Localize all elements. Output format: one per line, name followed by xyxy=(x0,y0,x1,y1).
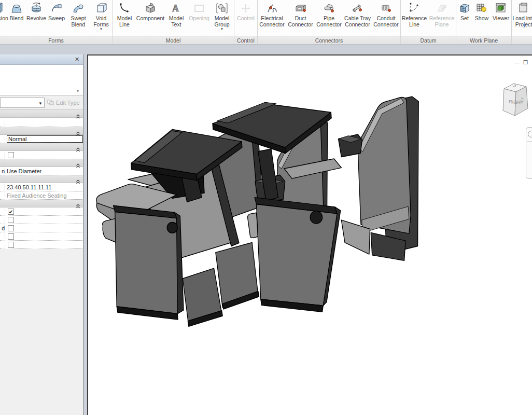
electrical-connector-button[interactable]: Electrical Connector xyxy=(258,1,286,27)
control-button: Control xyxy=(234,1,257,22)
parameter-checkbox-row xyxy=(0,232,83,241)
set-button[interactable]: Set xyxy=(456,1,473,22)
checkbox-unchecked[interactable] xyxy=(8,217,14,223)
duct-connector-button[interactable]: Duct Connector xyxy=(286,1,315,27)
parameter-value[interactable] xyxy=(5,242,83,248)
cable-tray-connector-button[interactable]: Cable Tray Connector xyxy=(343,1,372,27)
properties-title-bar[interactable]: ✕ xyxy=(0,54,83,65)
parameter-value[interactable]: Normal xyxy=(5,135,83,143)
parameter-value-row: Normal xyxy=(0,135,83,143)
reference-plane-icon xyxy=(435,1,449,16)
chevron-down-icon[interactable]: ▼ xyxy=(100,28,103,31)
panel-label: Datum xyxy=(401,36,456,45)
value-input-focused[interactable]: Normal xyxy=(7,135,83,143)
show-button[interactable]: Show xyxy=(473,1,491,22)
load-into-project-label: Load into Project xyxy=(512,16,532,27)
checkbox-unchecked[interactable] xyxy=(8,233,14,240)
conduit-connector-button[interactable]: Conduit Connector xyxy=(372,1,400,27)
chair-1-knob xyxy=(167,222,177,233)
model-line-button[interactable]: Model Line xyxy=(113,1,136,27)
viewer-button[interactable]: Viewer xyxy=(491,1,511,22)
ribbon: ExtrusionBlendRevolveSweepSwept BlendVoi… xyxy=(0,0,532,45)
parameter-checkbox-row xyxy=(0,216,83,224)
chair-4[interactable] xyxy=(339,96,419,260)
chair-2-base[interactable] xyxy=(183,243,259,327)
swept-blend-button[interactable]: Swept Blend xyxy=(66,1,90,27)
properties-table: NormalnUse Diameter23.40.50.11.11.11Fixe… xyxy=(0,109,83,249)
reference-line-button[interactable]: Reference Line xyxy=(401,1,428,27)
parameter-value[interactable] xyxy=(5,233,83,240)
component-button[interactable]: Component xyxy=(136,1,164,22)
edit-type-icon xyxy=(47,100,54,106)
chair-3-knob xyxy=(310,211,322,224)
blend-label: Blend xyxy=(10,16,24,22)
revolve-button[interactable]: Revolve xyxy=(26,1,47,22)
checkbox-unchecked[interactable] xyxy=(8,225,14,231)
filter-combobox[interactable]: ▼ xyxy=(0,98,45,108)
parameter-value[interactable] xyxy=(5,225,83,231)
parameter-value[interactable]: 23.40.50.11.11.11 xyxy=(5,184,83,190)
sweep-label: Sweep xyxy=(48,16,65,22)
parameter-group-header xyxy=(0,175,83,183)
edit-type-label: Edit Type xyxy=(56,100,80,106)
parameter-value[interactable] xyxy=(5,152,83,158)
blend-button[interactable]: Blend xyxy=(7,1,26,22)
void-forms-button[interactable]: Void Forms▼ xyxy=(90,1,112,31)
parameter-name-clipped: d xyxy=(0,224,5,232)
swept-blend-label: Swept Blend xyxy=(66,16,90,27)
chevron-down-icon: ▼ xyxy=(38,101,43,106)
component-icon xyxy=(144,1,157,16)
ribbon-panel-family-editor: Load into Project xyxy=(512,0,532,45)
load-into-project-button[interactable]: Load into Project xyxy=(512,1,532,27)
chevron-down-icon[interactable]: ▼ xyxy=(220,28,223,31)
steering-wheel-icon[interactable] xyxy=(528,131,532,137)
filter-combo-row: ▼ Edit Type xyxy=(0,96,83,109)
navbar-divider xyxy=(527,141,532,142)
view-window-controls[interactable]: — ❐ xyxy=(514,60,529,65)
ribbon-panel-model: Model LineComponentAModel TextOpeningMod… xyxy=(113,0,234,45)
reference-line-label: Reference Line xyxy=(401,16,428,27)
reference-line-icon xyxy=(408,1,421,16)
svg-text:A: A xyxy=(172,3,179,13)
view-cube[interactable]: RIGHT N·T xyxy=(499,78,531,122)
extrusion-button[interactable]: Extrusion xyxy=(0,1,7,22)
sweep-button[interactable]: Sweep xyxy=(47,1,66,22)
parameter-value[interactable]: Fixed Audience Seating xyxy=(5,192,83,199)
parameter-group-header xyxy=(0,110,83,118)
ribbon-panel-datum: Reference LineReference PlaneDatum xyxy=(401,0,456,45)
chair-3-side-panel[interactable] xyxy=(247,198,340,312)
electrical-connector-label: Electrical Connector xyxy=(258,16,286,27)
parameter-name-clipped xyxy=(0,118,5,127)
drawing-area-3d-view[interactable]: — ❐ RIGHT N·T xyxy=(87,54,532,415)
parameter-checkbox-row xyxy=(0,241,83,249)
ribbon-panel-forms: ExtrusionBlendRevolveSweepSwept BlendVoi… xyxy=(0,0,113,45)
parameter-value-row: nUse Diameter xyxy=(0,167,83,175)
model-text-button[interactable]: AModel Text xyxy=(164,1,188,27)
navigation-bar[interactable] xyxy=(526,127,532,179)
parameter-value-row: 23.40.50.11.11.11 xyxy=(0,183,83,191)
model-group-button[interactable]: Model Group▼ xyxy=(210,1,234,31)
parameter-name-clipped xyxy=(0,135,5,143)
parameter-value[interactable] xyxy=(5,217,83,223)
pipe-connector-button[interactable]: Pipe Connector xyxy=(315,1,343,27)
parameter-name-clipped xyxy=(0,232,5,240)
chair-1-side-panel[interactable] xyxy=(114,205,184,320)
parameter-name-clipped xyxy=(0,191,5,199)
properties-palette: ✕ ▼ ▼ Edit Type NormalnUse Diameter23.40… xyxy=(0,54,83,415)
panel-label: Model xyxy=(113,36,234,45)
checkbox-unchecked[interactable] xyxy=(8,242,14,248)
3d-model-audience-seating[interactable] xyxy=(88,56,532,415)
checkbox-unchecked[interactable] xyxy=(8,152,14,158)
ribbon-panel-work-plane: SetShowViewerWork Plane xyxy=(456,0,512,45)
duct-connector-icon xyxy=(294,1,307,16)
cable-tray-connector-icon xyxy=(351,1,365,16)
parameter-checkbox-row: ✔ xyxy=(0,208,83,216)
checkbox-checked[interactable]: ✔ xyxy=(8,209,14,215)
parameter-value[interactable]: Use Diameter xyxy=(5,168,83,174)
type-selector[interactable]: ▼ xyxy=(0,65,83,96)
close-icon[interactable]: ✕ xyxy=(73,56,81,63)
blend-icon xyxy=(10,1,23,16)
parameter-value[interactable]: ✔ xyxy=(5,209,83,215)
panel-label: Forms xyxy=(0,36,112,45)
ribbon-panel-control: ControlControl xyxy=(234,0,258,45)
